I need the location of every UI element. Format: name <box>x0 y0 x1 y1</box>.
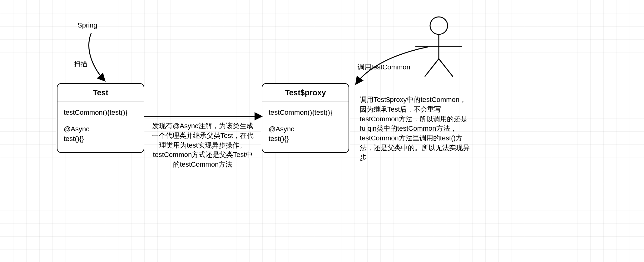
proxy-method2: test(){} <box>269 134 342 144</box>
right-note: 调用Test$proxy中的testCommon，因为继承Test后，不会重写t… <box>360 95 472 163</box>
class-body-test: testCommon(){test()} @Async test(){} <box>57 102 144 152</box>
proxy-method1: testCommon(){test()} <box>269 108 342 118</box>
call-testcommon-label: 调用testCommon <box>358 63 410 72</box>
test-method1: testCommon(){test()} <box>64 108 137 118</box>
scan-label: 扫描 <box>74 59 87 69</box>
class-box-proxy: Test$proxy testCommon(){test()} @Async t… <box>262 83 349 153</box>
spring-label: Spring <box>77 21 97 30</box>
class-title-test: Test <box>57 84 144 102</box>
test-method2: test(){} <box>64 134 137 144</box>
class-title-proxy: Test$proxy <box>262 84 349 102</box>
class-body-proxy: testCommon(){test()} @Async test(){} <box>262 102 349 152</box>
class-box-test: Test testCommon(){test()} @Async test(){… <box>57 83 144 153</box>
proxy-annotation: @Async <box>269 124 342 134</box>
center-note: 发现有@Async注解，为该类生成一个代理类并继承父类Test，在代理类用为te… <box>151 121 254 169</box>
test-annotation: @Async <box>64 124 137 134</box>
